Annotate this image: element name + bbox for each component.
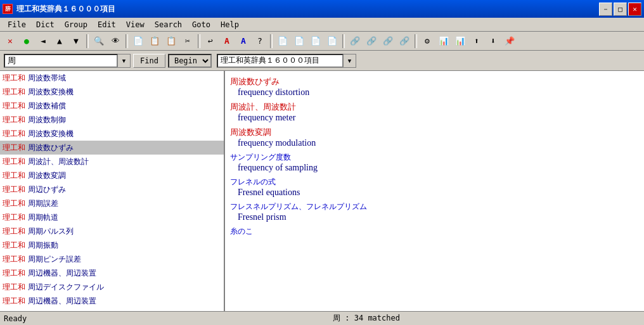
toolbar-help[interactable]: ? [252, 34, 267, 49]
list-item[interactable]: 理工和 周辺デイスクファイル [0, 280, 224, 294]
search-combo: ▼ [4, 54, 131, 68]
list-item-term: 周波数変換機 [28, 129, 74, 139]
toolbar-arrow-down[interactable]: ⬇ [486, 34, 501, 49]
menu-view[interactable]: View [121, 19, 150, 30]
list-item-prefix: 理工和 [3, 143, 25, 153]
list-item[interactable]: 理工和 周波数帯域 [0, 71, 224, 85]
toolbar-sep-3 [198, 34, 200, 48]
dict-entry: 周波数ひずみ frequency distortion [230, 76, 639, 98]
list-item-prefix: 理工和 [3, 268, 25, 279]
toolbar-copy1[interactable]: 📋 [147, 34, 162, 49]
toolbar-sep-5 [342, 34, 345, 48]
toolbar-settings[interactable]: ⚙ [420, 34, 435, 49]
list-item[interactable]: 理工和 周期パルス列 [0, 224, 224, 238]
menu-edit[interactable]: Edit [93, 19, 121, 30]
menu-goto[interactable]: Goto [187, 19, 216, 30]
toolbar-fontb[interactable]: A [236, 34, 251, 49]
list-item[interactable]: 理工和 周辺ひずみ [0, 182, 224, 196]
entry-english: frequency of sampling [238, 163, 639, 173]
toolbar-down[interactable]: ▼ [68, 34, 84, 49]
dict-entry: 周波数変調 frequency modulation [230, 127, 639, 148]
list-item[interactable]: 理工和 周波数変調 [0, 169, 224, 182]
list-item[interactable]: 理工和 周波数補償 [0, 99, 224, 113]
list-item-prefix: 理工和 [3, 184, 25, 195]
list-item[interactable]: 理工和 周辺機器、周辺装置 [0, 294, 224, 308]
menu-file[interactable]: File [3, 19, 31, 30]
dict-entry: フレネルの式 Fresnel equations [230, 177, 639, 198]
entry-japanese: 周波数変調 [230, 127, 639, 138]
toolbar-cut[interactable]: ✂ [180, 34, 195, 49]
list-item[interactable]: 理工和 周期誤差 [0, 196, 224, 210]
list-item[interactable]: 理工和 周期軌道 [0, 210, 224, 224]
list-item[interactable]: 理工和 周辺機器、周辺装置 [0, 266, 224, 280]
toolbar-chart2[interactable]: 📊 [453, 34, 468, 49]
toolbar-back[interactable]: ◄ [35, 34, 51, 49]
list-item[interactable]: 理工和 周波数変換機 [0, 127, 224, 141]
menu-group[interactable]: Group [60, 19, 93, 30]
word-list[interactable]: 理工和 周波数帯域 理工和 周波数変換機 理工和 周波数補償 理工和 周波数制御… [0, 71, 224, 311]
entry-japanese: 周波計、周波数計 [230, 101, 639, 113]
minimize-button[interactable]: － [599, 3, 612, 16]
toolbar-stop[interactable]: ✕ [3, 34, 18, 49]
toolbar-link2[interactable]: 🔗 [364, 34, 379, 49]
list-item-term: 周波数ひずみ [28, 143, 74, 153]
list-item-prefix: 理工和 [3, 212, 25, 223]
status-ready: Ready [4, 314, 80, 323]
toolbar-view[interactable]: 👁 [108, 34, 123, 49]
entry-english: Fresnel equations [238, 188, 639, 198]
toolbar-search[interactable]: 🔍 [91, 34, 106, 49]
list-item-prefix: 理工和 [3, 156, 25, 167]
toolbar-doc4[interactable]: 📄 [325, 34, 340, 49]
toolbar-doc1[interactable]: 📄 [275, 34, 290, 49]
dict-combo: ▼ [217, 54, 356, 68]
menu-dict[interactable]: Dict [31, 19, 60, 30]
find-button[interactable]: Find [133, 54, 165, 68]
entry-english: frequency meter [238, 113, 639, 123]
list-item[interactable]: 理工和 周期振動 [0, 238, 224, 252]
list-item[interactable]: 理工和 周波数変換機 [0, 85, 224, 99]
titlebar-title: 理工和英辞典１６０００項目 [16, 4, 115, 15]
list-item-selected[interactable]: 理工和 周波数ひずみ [0, 141, 224, 155]
toolbar-link1[interactable]: 🔗 [347, 34, 363, 49]
toolbar-arrow-up[interactable]: ⬆ [469, 34, 484, 49]
list-item[interactable]: 理工和 周波計、周波数計 [0, 155, 224, 169]
right-panel[interactable]: 周波数ひずみ frequency distortion 周波計、周波数計 fre… [225, 71, 644, 311]
statusbar: Ready 周 : 34 matched [0, 311, 644, 325]
toolbar-up[interactable]: ▲ [52, 34, 67, 49]
menu-help[interactable]: Help [216, 19, 244, 30]
search-input[interactable] [4, 54, 118, 68]
toolbar-link3[interactable]: 🔗 [380, 34, 396, 49]
close-button[interactable]: ✕ [628, 3, 641, 16]
toolbar-doc2[interactable]: 📄 [292, 34, 307, 49]
titlebar-buttons: － □ ✕ [599, 3, 641, 16]
list-item-term: 周波数制御 [28, 115, 66, 125]
toolbar-doc3[interactable]: 📄 [308, 34, 323, 49]
toolbar-sep-1 [86, 34, 89, 48]
toolbar-go[interactable]: ● [19, 34, 34, 49]
list-item[interactable]: 理工和 周期ピンチ誤差 [0, 252, 224, 266]
list-item-prefix: 理工和 [3, 87, 25, 98]
toolbar-fonta[interactable]: A [219, 34, 235, 49]
toolbar-new[interactable]: 📄 [131, 34, 146, 49]
dict-input[interactable] [217, 54, 344, 68]
list-item-prefix: 理工和 [3, 129, 25, 139]
toolbar-chart1[interactable]: 📊 [436, 34, 451, 49]
list-item[interactable]: 理工和 周波数制御 [0, 113, 224, 127]
list-item-term: 周波計、周波数計 [28, 156, 89, 167]
toolbar-pin[interactable]: 📌 [502, 34, 517, 49]
list-item-term: 周波数帯域 [28, 73, 66, 84]
dict-dropdown-button[interactable]: ▼ [344, 54, 356, 68]
dict-entry: 糸のこ [230, 226, 639, 237]
search-dropdown-button[interactable]: ▼ [118, 54, 131, 68]
toolbar-copy2[interactable]: 📋 [164, 34, 179, 49]
entry-japanese-blue: フレネルの式 [230, 177, 639, 188]
entry-english: Fresnel prism [238, 212, 639, 222]
begin-select[interactable]: Begin Any [168, 54, 212, 68]
menu-search[interactable]: Search [150, 19, 187, 30]
toolbar-link4[interactable]: 🔗 [397, 34, 412, 49]
maximize-button[interactable]: □ [614, 3, 627, 16]
list-item-term: 周辺ひずみ [28, 184, 66, 195]
titlebar-left: 辞 理工和英辞典１６０００項目 [3, 4, 115, 15]
list-item-prefix: 理工和 [3, 296, 25, 307]
toolbar-undo[interactable]: ↩ [203, 34, 218, 49]
